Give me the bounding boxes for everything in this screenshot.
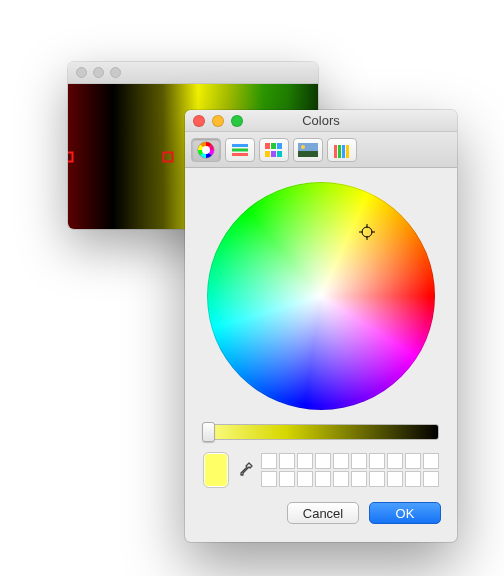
swatch-well[interactable]	[315, 471, 331, 487]
svg-rect-13	[298, 151, 318, 157]
window-title: Colors	[185, 113, 457, 128]
picker-titlebar: Colors	[185, 110, 457, 132]
swatch-well[interactable]	[297, 471, 313, 487]
wheel-crosshair[interactable]	[359, 224, 375, 240]
svg-point-2	[202, 146, 210, 154]
zoom-icon[interactable]	[231, 115, 243, 127]
svg-rect-17	[342, 145, 345, 158]
sliders-icon	[231, 143, 249, 157]
eyedropper-button[interactable]	[237, 459, 253, 481]
color-picker-window: Colors	[185, 110, 457, 542]
svg-point-19	[362, 227, 372, 237]
eyedropper-icon	[237, 462, 253, 478]
svg-rect-10	[271, 151, 276, 157]
svg-rect-15	[334, 145, 337, 158]
swatch-wells	[261, 453, 439, 487]
image-icon	[298, 143, 318, 157]
cancel-button[interactable]: Cancel	[287, 502, 359, 524]
swatch-well[interactable]	[423, 453, 439, 469]
svg-rect-7	[271, 143, 276, 149]
gradient-handle[interactable]	[163, 151, 174, 162]
disabled-traffic-dot	[93, 67, 104, 78]
brightness-knob[interactable]	[202, 422, 215, 442]
swatch-well[interactable]	[333, 453, 349, 469]
swatch-well[interactable]	[261, 453, 277, 469]
dialog-buttons: Cancel OK	[185, 496, 457, 538]
svg-rect-3	[232, 144, 248, 147]
color-wheel-area	[185, 168, 457, 420]
swatch-well[interactable]	[405, 453, 421, 469]
color-wheel-icon	[197, 141, 215, 159]
picker-tabs	[185, 132, 457, 168]
svg-rect-4	[232, 148, 248, 151]
swatch-well[interactable]	[279, 453, 295, 469]
tab-pencils[interactable]	[327, 138, 357, 162]
swatch-well[interactable]	[333, 471, 349, 487]
palette-icon	[265, 143, 283, 157]
svg-rect-9	[265, 151, 270, 157]
color-wheel[interactable]	[207, 182, 435, 410]
ok-button[interactable]: OK	[369, 502, 441, 524]
disabled-traffic-dot	[76, 67, 87, 78]
swatch-well[interactable]	[315, 453, 331, 469]
swatch-well[interactable]	[279, 471, 295, 487]
swatch-well[interactable]	[351, 471, 367, 487]
swatch-well[interactable]	[387, 471, 403, 487]
swatch-well[interactable]	[405, 471, 421, 487]
swatch-well[interactable]	[387, 453, 403, 469]
tab-color-sliders[interactable]	[225, 138, 255, 162]
svg-rect-18	[346, 145, 349, 158]
disabled-traffic-dot	[110, 67, 121, 78]
tab-image-palettes[interactable]	[293, 138, 323, 162]
svg-rect-16	[338, 145, 341, 158]
swatch-well[interactable]	[423, 471, 439, 487]
tab-color-palettes[interactable]	[259, 138, 289, 162]
swatch-well[interactable]	[369, 471, 385, 487]
gradient-titlebar	[68, 62, 318, 84]
brightness-slider[interactable]	[203, 424, 439, 440]
tab-color-wheel[interactable]	[191, 138, 221, 162]
close-icon[interactable]	[193, 115, 205, 127]
svg-rect-6	[265, 143, 270, 149]
svg-rect-11	[277, 151, 282, 157]
crayons-icon	[333, 142, 351, 158]
swatch-well[interactable]	[297, 453, 313, 469]
swatch-row	[185, 448, 457, 496]
svg-rect-5	[232, 153, 248, 156]
current-color-swatch[interactable]	[203, 452, 229, 488]
swatch-well[interactable]	[261, 471, 277, 487]
svg-point-14	[301, 145, 305, 149]
gradient-handle[interactable]	[68, 151, 74, 162]
minimize-icon[interactable]	[212, 115, 224, 127]
svg-rect-8	[277, 143, 282, 149]
swatch-well[interactable]	[351, 453, 367, 469]
swatch-well[interactable]	[369, 453, 385, 469]
